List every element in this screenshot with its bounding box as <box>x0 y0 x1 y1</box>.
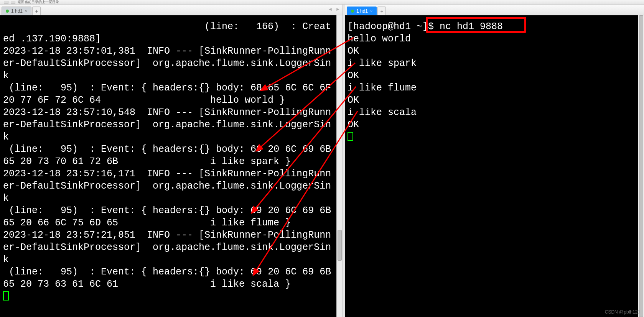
connection-dot-icon <box>351 10 354 13</box>
right-tab-bar: 1 hd1 × + <box>345 5 644 15</box>
new-tab-button[interactable]: + <box>377 7 386 15</box>
tab-label: 1 hd1 <box>11 8 23 14</box>
toolbar-button[interactable] <box>4 1 8 4</box>
right-scrollbar[interactable] <box>638 15 644 317</box>
right-terminal-output: [hadoop@hd1 ~]$ nc hd1 9888 hello world … <box>345 15 644 147</box>
left-scrollbar[interactable] <box>336 15 343 317</box>
left-terminal-output: (line: 166) : Created .137.190:9888] 202… <box>0 15 343 307</box>
left-tab-hd1[interactable]: 1 hd1 × <box>2 7 31 15</box>
new-tab-button[interactable]: + <box>32 7 41 15</box>
tab-next-icon[interactable]: ► <box>335 6 341 12</box>
toolbar-button[interactable] <box>11 1 15 4</box>
tab-nav: ◄ ► <box>327 6 341 12</box>
right-tab-hd1[interactable]: 1 hd1 × <box>347 7 377 15</box>
left-tab-bar: 1 hd1 × + ◄ ► <box>0 5 343 15</box>
scroll-thumb[interactable] <box>639 15 643 317</box>
connection-dot-icon <box>6 10 9 13</box>
right-pane: 1 hd1 × + [hadoop@hd1 ~]$ nc hd1 9888 he… <box>345 5 644 317</box>
cursor-icon <box>3 291 9 301</box>
left-terminal[interactable]: (line: 166) : Created .137.190:9888] 202… <box>0 15 343 317</box>
cursor-icon <box>348 132 353 141</box>
scroll-thumb[interactable] <box>338 230 342 261</box>
right-terminal[interactable]: [hadoop@hd1 ~]$ nc hd1 9888 hello world … <box>345 15 644 317</box>
tab-label: 1 hd1 <box>356 8 368 14</box>
app-toolbar: 返回当前目录的上一层目录 <box>0 0 644 5</box>
toolbar-hint: 返回当前目录的上一层目录 <box>18 0 59 5</box>
tab-prev-icon[interactable]: ◄ <box>327 6 333 12</box>
close-icon[interactable]: × <box>25 9 27 13</box>
close-icon[interactable]: × <box>370 9 372 13</box>
left-pane: 1 hd1 × + ◄ ► (line: 166) : Created .137… <box>0 5 343 317</box>
watermark: CSDN @pblh123 <box>605 309 640 315</box>
